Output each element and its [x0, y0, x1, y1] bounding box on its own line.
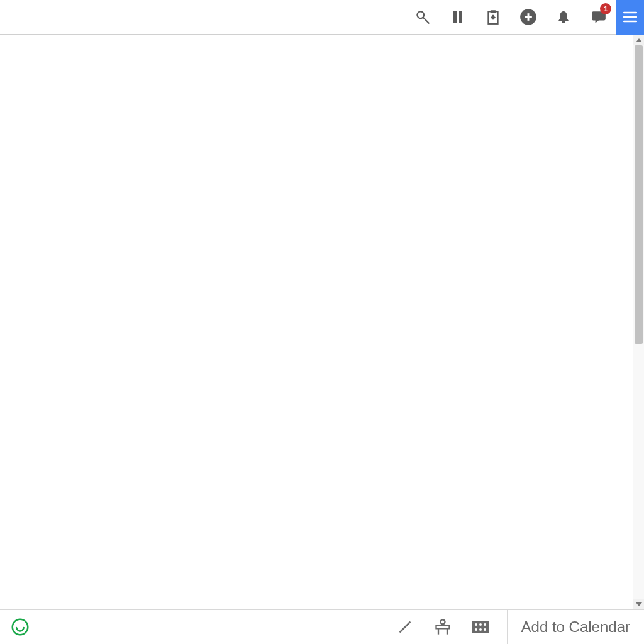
occupancy-icon: [434, 618, 452, 636]
clipboard-button[interactable]: [475, 0, 511, 35]
svg-point-19: [475, 623, 477, 626]
scroll-down-button[interactable]: [633, 599, 644, 609]
search-button[interactable]: [405, 0, 440, 35]
svg-rect-2: [453, 11, 457, 23]
pause-icon: [450, 9, 465, 25]
svg-rect-3: [459, 11, 462, 23]
bell-icon: [556, 9, 571, 25]
content-area: [0, 35, 633, 609]
edit-icon: [397, 619, 413, 635]
search-icon: [414, 9, 431, 25]
svg-point-14: [440, 619, 445, 624]
notifications-button[interactable]: [546, 0, 581, 35]
scroll-track[interactable]: [633, 45, 644, 599]
bottom-icon-group: [386, 610, 507, 645]
svg-point-20: [479, 623, 482, 626]
toolbar-icon-group: 1: [405, 0, 644, 35]
clipboard-icon: [485, 9, 501, 25]
grid-button[interactable]: [462, 610, 499, 645]
svg-line-13: [400, 622, 409, 631]
svg-line-1: [423, 18, 429, 23]
chat-badge: 1: [600, 3, 611, 14]
edit-button[interactable]: [386, 610, 424, 645]
add-button[interactable]: [511, 0, 546, 35]
chat-button[interactable]: 1: [581, 0, 616, 35]
svg-point-24: [484, 628, 486, 631]
chevron-up-icon: [636, 38, 642, 42]
scroll-up-button[interactable]: [633, 35, 644, 45]
svg-rect-15: [436, 626, 449, 629]
svg-rect-5: [491, 10, 496, 13]
svg-point-22: [475, 628, 477, 631]
grid-icon: [472, 621, 489, 633]
add-icon: [519, 8, 537, 26]
occupancy-button[interactable]: [424, 610, 462, 645]
menu-button[interactable]: [616, 0, 644, 35]
smile-button[interactable]: [11, 618, 29, 636]
smile-icon: [11, 618, 29, 636]
vertical-scrollbar[interactable]: [633, 35, 644, 609]
svg-point-12: [13, 619, 28, 635]
svg-point-21: [484, 623, 486, 626]
pause-button[interactable]: [440, 0, 475, 35]
bottom-toolbar: Add to Calendar: [0, 609, 644, 644]
calendar-button-label: Add to Calendar: [521, 618, 630, 636]
svg-rect-18: [472, 621, 489, 633]
scroll-thumb[interactable]: [635, 45, 643, 344]
bottom-left-group: [0, 618, 29, 636]
svg-point-23: [479, 628, 482, 631]
menu-icon: [623, 11, 637, 23]
chevron-down-icon: [636, 602, 642, 606]
add-to-calendar-button[interactable]: Add to Calendar: [507, 610, 644, 645]
top-toolbar: 1: [0, 0, 644, 35]
